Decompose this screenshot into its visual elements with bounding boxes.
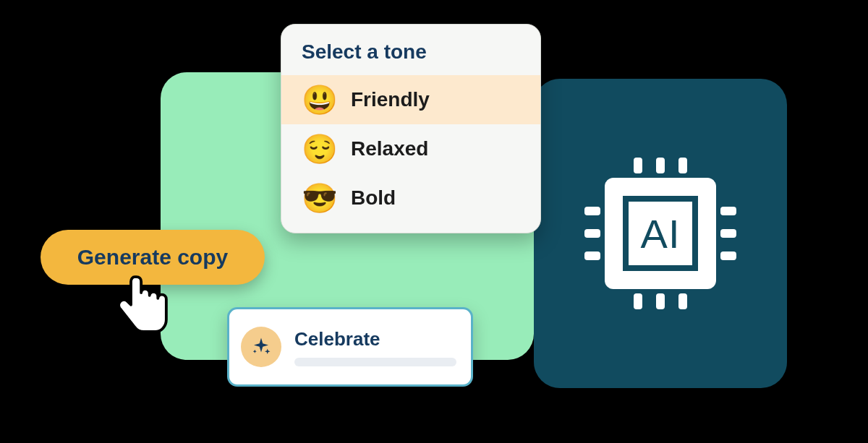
celebrate-placeholder-bar — [294, 358, 456, 366]
celebrate-title: Celebrate — [294, 328, 456, 350]
generate-copy-button[interactable]: Generate copy — [41, 230, 265, 285]
ai-chip-label: AI — [623, 196, 698, 271]
grin-emoji-icon: 😃 — [302, 85, 338, 114]
tone-option-label: Relaxed — [351, 137, 428, 160]
generate-copy-label: Generate copy — [77, 245, 228, 270]
tone-panel-title: Select a tone — [281, 40, 540, 75]
stage: AI Select a tone 😃 Friendly 😌 Relaxed 😎 … — [0, 0, 868, 443]
ai-chip-icon: AI — [577, 150, 744, 317]
tone-panel: Select a tone 😃 Friendly 😌 Relaxed 😎 Bol… — [281, 24, 541, 233]
tone-option-label: Friendly — [351, 88, 430, 111]
tone-option-friendly[interactable]: 😃 Friendly — [281, 75, 540, 124]
ai-card: AI — [534, 79, 787, 388]
relieved-emoji-icon: 😌 — [302, 134, 338, 163]
sunglasses-emoji-icon: 😎 — [302, 184, 338, 212]
celebrate-body: Celebrate — [294, 328, 456, 366]
tone-option-bold[interactable]: 😎 Bold — [281, 173, 540, 223]
tone-option-relaxed[interactable]: 😌 Relaxed — [281, 124, 540, 173]
celebrate-card[interactable]: Celebrate — [227, 307, 473, 387]
tone-option-label: Bold — [351, 186, 396, 210]
sparkle-icon — [241, 327, 281, 367]
